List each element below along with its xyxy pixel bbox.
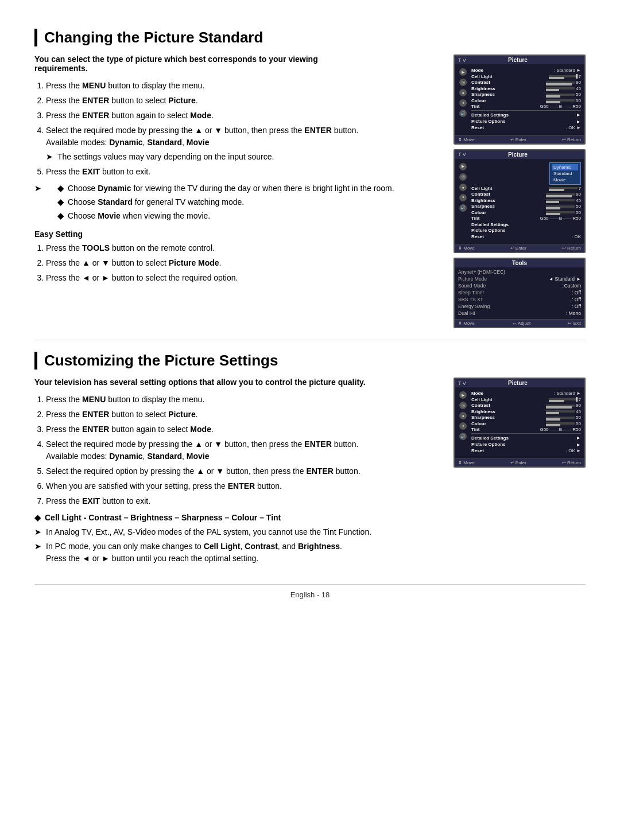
tv4-content: Mode : Standard ► Cell Light bbox=[471, 389, 581, 456]
tools-srs: SRS TS XT : Off bbox=[458, 297, 581, 302]
section2-title: Customizing the Picture Settings bbox=[34, 352, 586, 370]
tv-screen-2: T V Picture ▶ ◎ ● ✦ 🔊 bbox=[454, 149, 586, 254]
tools-energy: Energy Saving : Off bbox=[458, 304, 581, 309]
section2-images: T V Picture ▶ ◎ ● ✦ 🔊 bbox=[454, 378, 586, 567]
page-footer: English - 18 bbox=[34, 584, 586, 599]
s2-step5: Select the required option by pressing t… bbox=[46, 465, 442, 477]
tv4-icon5: 🔊 bbox=[459, 433, 467, 440]
tv1-row-contrast: Contrast 90 bbox=[471, 80, 581, 85]
tv2-icon1: ▶ bbox=[459, 163, 467, 170]
tv1-content: Mode : Standard ► Cell Light bbox=[471, 66, 581, 133]
tools-title: Tools bbox=[455, 259, 584, 267]
step2: Press the ENTER button to select Picture… bbox=[46, 95, 442, 107]
tv1-icon4: ✦ bbox=[459, 99, 467, 107]
tv4-title: Picture bbox=[508, 380, 528, 386]
step4: Select the required mode by pressing the… bbox=[46, 125, 442, 163]
tv2-header: T V Picture bbox=[455, 150, 584, 159]
tv4-row-brightness: Brightness 45 bbox=[471, 409, 581, 414]
tools-picture-nav: ◄ Standard ► bbox=[549, 276, 581, 282]
tv4-row-pictureopts: Picture Options ► bbox=[471, 442, 581, 448]
tv4-row-celllight: Cell Light 7 bbox=[471, 397, 581, 402]
tv2-row-contrast: Contrast 90 bbox=[471, 192, 581, 197]
diamond1: ◆ Choose Dynamic for viewing the TV duri… bbox=[57, 182, 394, 195]
tv2-content: Dynamic Standard Movie Cell Light bbox=[471, 161, 581, 242]
s2-step2: Press the ENTER button to select Picture… bbox=[46, 409, 442, 421]
step5: Press the EXIT button to exit. bbox=[46, 166, 442, 178]
tools-dual: Dual I-II : Mono bbox=[458, 310, 581, 316]
tv1-icons: ▶ ◎ ● ✦ 🔊 bbox=[458, 66, 469, 133]
tv4-label: T V bbox=[458, 380, 466, 386]
tools-sleep-timer: Sleep Timer : Off bbox=[458, 290, 581, 295]
tv1-row-mode: Mode : Standard ► bbox=[471, 68, 581, 73]
tv4-icon4: ✦ bbox=[459, 422, 467, 430]
tools-sound-mode: Sound Mode : Custom bbox=[458, 283, 581, 289]
tv1-footer: ⬍ Move↵ Enter↩ Return bbox=[455, 135, 584, 143]
step1: Press the MENU button to display the men… bbox=[46, 80, 442, 92]
section2-text: Your television has several setting opti… bbox=[34, 378, 442, 567]
tv1-row-reset: Reset : OK ► bbox=[471, 125, 581, 130]
section1-text: You can select the type of picture which… bbox=[34, 55, 442, 328]
tv4-divider bbox=[471, 433, 581, 434]
tv4-icon2: ◎ bbox=[459, 402, 467, 409]
tv1-icon5: 🔊 bbox=[459, 110, 467, 117]
tv4-icons: ▶ ◎ ● ✦ 🔊 bbox=[458, 389, 469, 456]
s2-step3: Press the ENTER button again to select M… bbox=[46, 423, 442, 435]
tv1-row-pictureopts: Picture Options ► bbox=[471, 119, 581, 125]
tv1-row-celllight: Cell Light 7 bbox=[471, 74, 581, 79]
s2-step6: When you are satisfied with your setting… bbox=[46, 480, 442, 492]
footer-text: English - 18 bbox=[290, 590, 330, 599]
tv-screen-1: T V Picture ▶ ◎ ● ✦ 🔊 bbox=[454, 55, 586, 145]
tv1-body: ▶ ◎ ● ✦ 🔊 Mode : Standard ► bbox=[455, 64, 584, 135]
tv1-label: T V bbox=[458, 57, 466, 63]
tv2-icon3: ● bbox=[459, 184, 467, 191]
s2-available-modes: Available modes: Dynamic, Standard, Movi… bbox=[46, 452, 210, 461]
tv2-title: Picture bbox=[508, 151, 528, 158]
tv2-row-tint: Tint G50 ——B—— R50 bbox=[471, 216, 581, 221]
section-customizing-picture: Customizing the Picture Settings Your te… bbox=[34, 352, 586, 567]
tv2-row-sharpness: Sharpness 50 bbox=[471, 204, 581, 209]
s2-note1: In Analog TV, Ext., AV, S-Video modes of… bbox=[46, 526, 371, 538]
tv2-label: T V bbox=[458, 151, 466, 157]
tv2-icon5: 🔊 bbox=[459, 204, 467, 212]
tv4-row-sharpness: Sharpness 50 bbox=[471, 415, 581, 420]
tv2-row-detailed: Detailed Settings bbox=[471, 222, 581, 227]
section1-steps-list: Press the MENU button to display the men… bbox=[46, 80, 442, 178]
tv2-row-pictureopts: Picture Options bbox=[471, 228, 581, 233]
tv2-body: ▶ ◎ ● ✦ 🔊 Dynamic bbox=[455, 159, 584, 244]
easy-setting-steps: Press the TOOLS button on the remote con… bbox=[46, 242, 442, 284]
tv4-icon1: ▶ bbox=[459, 391, 467, 399]
tv1-row-colour: Colour 50 bbox=[471, 98, 581, 103]
nav-left-arrow: ◄ bbox=[549, 277, 553, 282]
tv-screen-tools: Tools Anynet+ (HDMI-CEC) Picture Mode ◄ … bbox=[454, 258, 586, 328]
arrow-symbol-1: ➤ bbox=[46, 151, 57, 163]
dynamic-note: ➤ ◆ Choose Dynamic for viewing the TV du… bbox=[34, 182, 442, 224]
s2-arrow2: ➤ In PC mode, you can only make changes … bbox=[34, 540, 442, 565]
easy-step1: Press the TOOLS button on the remote con… bbox=[46, 242, 442, 254]
tv4-icon3: ● bbox=[459, 412, 467, 419]
easy-step2: Press the ▲ or ▼ button to select Pictur… bbox=[46, 257, 442, 269]
s2-note2: In PC mode, you can only make changes to… bbox=[46, 540, 342, 565]
tv4-row-reset: Reset : OK ► bbox=[471, 448, 581, 453]
s2-arrow-symbol2: ➤ bbox=[34, 540, 46, 553]
diamond3: ◆ Choose Movie when viewing the movie. bbox=[57, 210, 394, 222]
tv1-row-tint: Tint G50 ——B—— R50 bbox=[471, 104, 581, 109]
tv1-icon2: ◎ bbox=[459, 79, 467, 86]
tv1-row-brightness: Brightness 45 bbox=[471, 86, 581, 91]
tv2-footer: ⬍ Move↵ Enter↩ Return bbox=[455, 244, 584, 252]
tv4-header: T V Picture bbox=[455, 379, 584, 387]
section-changing-picture: Changing the Picture Standard You can se… bbox=[34, 29, 586, 328]
tv1-title: Picture bbox=[508, 57, 528, 63]
tools-picture-value: Standard bbox=[555, 276, 575, 282]
s2-arrow-symbol1: ➤ bbox=[34, 526, 46, 538]
section2-intro: Your television has several setting opti… bbox=[34, 378, 367, 387]
tv4-footer: ⬍ Move↵ Enter↩ Return bbox=[455, 458, 584, 466]
available-modes-1: Available modes: Dynamic, Standard, Movi… bbox=[46, 138, 210, 147]
tv4-row-tint: Tint G50 ——B—— R50 bbox=[471, 427, 581, 432]
s2-arrow1: ➤ In Analog TV, Ext., AV, S-Video modes … bbox=[34, 526, 442, 538]
s2-diamond-main: ◆ Cell Light - Contrast – Brightness – S… bbox=[34, 512, 442, 524]
diamond-symbol-1: ◆ bbox=[57, 182, 68, 195]
tv2-row-reset: Reset : OK bbox=[471, 234, 581, 239]
tools-anynet: Anynet+ (HDMI-CEC) bbox=[458, 269, 581, 275]
tv2-icons: ▶ ◎ ● ✦ 🔊 bbox=[458, 161, 469, 242]
tv2-icon2: ◎ bbox=[459, 173, 467, 181]
